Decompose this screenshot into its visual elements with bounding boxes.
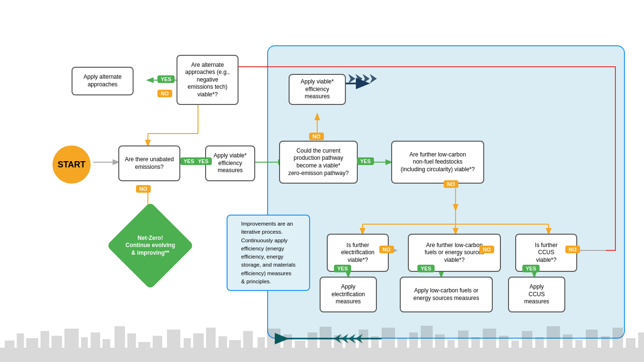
svg-rect-76 [511, 341, 519, 348]
svg-rect-78 [535, 337, 544, 348]
svg-rect-52 [206, 328, 216, 348]
svg-rect-55 [243, 331, 253, 348]
svg-rect-61 [320, 327, 332, 348]
svg-rect-50 [184, 338, 191, 348]
svg-rect-53 [218, 336, 227, 348]
svg-rect-42 [81, 337, 88, 348]
production-pathway-box: Could the currentproduction pathwaybecom… [279, 141, 358, 184]
svg-rect-44 [103, 339, 110, 348]
no-badge-fuels: NO [479, 246, 494, 253]
start-label: START [52, 145, 91, 184]
svg-rect-64 [359, 330, 368, 348]
cityscape-svg [0, 319, 644, 362]
yes-badge-alternate: YES [157, 75, 175, 83]
apply-viable-eff-top-box: Apply viable*efficiencymeasures [289, 74, 346, 105]
yes-badge-pathway: YES [357, 157, 374, 165]
svg-rect-66 [382, 328, 395, 348]
svg-rect-63 [345, 339, 356, 348]
svg-rect-39 [41, 331, 49, 348]
svg-rect-45 [114, 326, 125, 348]
svg-rect-56 [258, 337, 265, 348]
diagram-container: START Are there unabated emissions? YES … [0, 0, 644, 362]
svg-rect-84 [613, 328, 623, 348]
svg-rect-75 [499, 336, 509, 348]
svg-rect-68 [409, 332, 418, 348]
net-zero-diamond: Net-Zero!Continue evolving& improving** [117, 215, 184, 277]
svg-marker-28 [355, 74, 363, 83]
yes-badge-elec: YES [334, 265, 351, 272]
iterative-process-box: Improvements are aniterative process.Con… [227, 215, 310, 291]
svg-rect-62 [334, 335, 343, 348]
svg-rect-36 [5, 341, 14, 348]
svg-rect-35 [0, 348, 644, 362]
apply-viable-efficiency-box: Apply viable*efficiencymeasures [205, 145, 255, 181]
start-node: START [50, 143, 93, 186]
no-badge-elec: NO [379, 246, 394, 253]
no-badge-pathway: NO [309, 133, 324, 140]
svg-rect-49 [167, 330, 180, 348]
svg-rect-59 [295, 341, 305, 348]
apply-electrification-box: Applyelectrificationmeasures [320, 277, 377, 312]
svg-rect-70 [435, 334, 445, 348]
svg-marker-27 [348, 74, 355, 83]
svg-rect-46 [127, 333, 136, 348]
svg-marker-30 [370, 74, 377, 83]
svg-rect-69 [421, 326, 433, 348]
svg-rect-73 [471, 337, 480, 348]
svg-rect-37 [17, 333, 24, 348]
svg-rect-86 [638, 332, 644, 348]
svg-rect-85 [626, 338, 635, 348]
svg-rect-65 [371, 336, 379, 348]
svg-rect-82 [586, 330, 598, 348]
svg-rect-41 [64, 329, 79, 348]
no-badge-feedstocks: NO [444, 180, 458, 188]
yes-badge-ccus: YES [522, 265, 540, 272]
svg-rect-67 [397, 338, 407, 348]
svg-rect-58 [283, 334, 292, 348]
alternate-viable-box: Are alternateapproaches (e.g.,negativeem… [177, 55, 239, 105]
no-badge-unabated: NO [136, 185, 151, 193]
yes-badge-fuels: YES [417, 265, 435, 272]
apply-low-carbon-fuels-box: Apply low-carbon fuels orenergy sources … [400, 277, 493, 312]
svg-rect-83 [601, 336, 610, 348]
svg-rect-57 [267, 329, 280, 348]
no-badge-alternate: NO [157, 90, 172, 97]
svg-rect-54 [229, 340, 241, 348]
low-carbon-feedstocks-box: Are further low-carbonnon-fuel feedstock… [391, 141, 484, 184]
yes-badge-viable-eff: YES [195, 157, 212, 165]
apply-ccus-box: ApplyCCUSmeasures [508, 277, 565, 312]
svg-rect-72 [458, 331, 468, 348]
svg-rect-79 [547, 326, 560, 348]
svg-rect-74 [483, 329, 496, 348]
svg-rect-81 [575, 340, 582, 348]
svg-rect-80 [563, 334, 572, 348]
svg-rect-51 [193, 333, 204, 348]
svg-rect-38 [26, 338, 38, 348]
no-badge-ccus: NO [565, 246, 580, 253]
svg-rect-71 [447, 340, 455, 348]
svg-rect-77 [522, 331, 532, 348]
svg-rect-40 [52, 336, 62, 348]
blue-chevrons [348, 74, 377, 83]
svg-rect-48 [153, 336, 162, 348]
svg-rect-43 [91, 332, 100, 348]
svg-rect-60 [308, 332, 317, 348]
svg-rect-47 [138, 342, 150, 348]
unabated-emissions-box: Are there unabated emissions? [118, 145, 180, 181]
svg-marker-29 [363, 74, 370, 83]
apply-alternate-box: Apply alternateapproaches [72, 67, 134, 95]
